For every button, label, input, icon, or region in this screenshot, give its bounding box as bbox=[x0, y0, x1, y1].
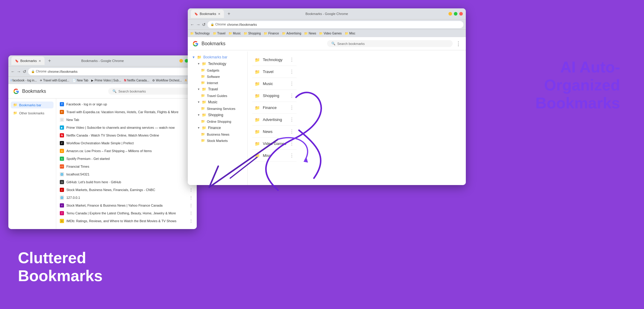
right-minimize-button[interactable] bbox=[448, 12, 452, 16]
cat-technology-menu[interactable]: ⋮ bbox=[289, 57, 294, 63]
favicon-spotify: S bbox=[60, 157, 64, 161]
right-titlebar: 🔖 Bookmarks ✕ + Bookmarks - Google Chrom… bbox=[188, 8, 466, 19]
right-forward-button[interactable]: → bbox=[196, 22, 200, 27]
address-bar[interactable]: 🔒 Chrome chrome://bookmarks bbox=[28, 68, 194, 75]
bm-item-netflix[interactable]: N Netflix Canada - Watch TV Shows Online… bbox=[56, 131, 197, 139]
cat-shopping[interactable]: 📁 Shopping ⋮ bbox=[252, 90, 297, 102]
right-bm-travel[interactable]: 📁Travel bbox=[213, 32, 225, 35]
left-new-tab-button[interactable]: + bbox=[48, 58, 51, 63]
right-sidebar-shopping[interactable]: ▼ 📁 Shopping bbox=[190, 112, 245, 118]
cat-videogames-menu[interactable]: ⋮ bbox=[289, 141, 294, 146]
cat-finance-menu[interactable]: ⋮ bbox=[289, 105, 294, 110]
right-bm-music[interactable]: 📁Music bbox=[228, 32, 241, 35]
folder-icon-music: 📁 bbox=[202, 100, 206, 104]
right-label: AI Auto-Organized Bookmarks bbox=[518, 58, 620, 112]
left-tab-close[interactable]: ✕ bbox=[39, 59, 41, 63]
cat-travel[interactable]: 📁 Travel ⋮ bbox=[252, 66, 297, 78]
cat-misc-label: Misc bbox=[263, 153, 271, 158]
cat-music-menu[interactable]: ⋮ bbox=[289, 81, 294, 87]
bm-bar-facebook[interactable]: ffacebook - log in... bbox=[11, 79, 37, 82]
forward-button[interactable]: → bbox=[17, 69, 21, 74]
bm-bar-prime[interactable]: ▶Prime Video | Sub... bbox=[91, 79, 121, 82]
left-search-bar[interactable]: 🔍 Search bookmarks bbox=[108, 88, 192, 95]
left-tab[interactable]: 🔖 Bookmarks ✕ bbox=[11, 57, 45, 65]
right-sidebar-business-news[interactable]: 📁 Business News bbox=[190, 131, 245, 137]
right-sidebar-internet[interactable]: 📁 Internet bbox=[190, 80, 245, 86]
cat-travel-menu[interactable]: ⋮ bbox=[289, 69, 294, 75]
left-chrome-window: 🔖 Bookmarks ✕ + Bookmarks - Google Chrom… bbox=[8, 55, 197, 229]
bm-bar-prefect[interactable]: ⚙Workflow Orchest... bbox=[152, 79, 182, 82]
bm-bar-newtab[interactable]: 📄New Tab bbox=[72, 79, 88, 82]
bm-menu-temu[interactable]: ⋮ bbox=[189, 211, 193, 216]
right-refresh-button[interactable]: ↺ bbox=[202, 22, 206, 27]
right-sidebar-bookmarks-bar[interactable]: ▼ 📁 Bookmarks bar bbox=[190, 54, 245, 60]
right-bm-misc[interactable]: 📁Misc bbox=[345, 32, 355, 35]
cat-videogames[interactable]: 📁 Video Games ⋮ bbox=[252, 138, 297, 150]
bm-menu-cnbc[interactable]: ⋮ bbox=[189, 187, 193, 192]
cat-news-menu[interactable]: ⋮ bbox=[289, 129, 294, 134]
refresh-button[interactable]: ↺ bbox=[23, 69, 26, 74]
right-back-button[interactable]: ← bbox=[190, 22, 194, 27]
right-more-menu[interactable]: ⋮ bbox=[456, 40, 461, 47]
back-button[interactable]: ← bbox=[11, 69, 15, 74]
sidebar-bookmarks-bar[interactable]: 📁 Bookmarks bar bbox=[11, 102, 54, 108]
bm-item-amazon[interactable]: A Amazon.ca: Low Prices – Fast Shipping … bbox=[56, 147, 197, 155]
minimize-button[interactable] bbox=[179, 59, 183, 63]
bm-menu-localhost2[interactable]: ⋮ bbox=[189, 195, 193, 200]
bm-menu-yahoo[interactable]: ⋮ bbox=[189, 203, 193, 208]
right-sidebar-gadgets-label: Gadgets bbox=[207, 69, 219, 72]
bm-item-temu[interactable]: T Temu Canada | Explore the Latest Cloth… bbox=[56, 209, 197, 217]
right-address-bar[interactable]: 🔒 Chrome chrome://bookmarks bbox=[207, 21, 463, 28]
cat-news[interactable]: 📁 News ⋮ bbox=[252, 126, 297, 138]
bm-item-spotify[interactable]: S Spotify Premium - Get started ⋮ bbox=[56, 155, 197, 163]
right-bm-advertising[interactable]: 📁Advertising bbox=[282, 32, 301, 35]
right-sidebar-finance[interactable]: ▼ 📁 Finance bbox=[190, 125, 245, 131]
bm-item-cnbc[interactable]: C Stock Markets, Business News, Financia… bbox=[56, 186, 197, 194]
right-bm-videogames[interactable]: 📁Video Games bbox=[319, 32, 341, 35]
right-bm-news[interactable]: 📁News bbox=[304, 32, 316, 35]
right-sidebar-travel[interactable]: ▼ 📁 Travel bbox=[190, 86, 245, 93]
right-sidebar-streaming[interactable]: 📁 Streaming Services bbox=[190, 105, 245, 112]
right-search-bar[interactable]: 🔍 Search bookmarks bbox=[327, 40, 453, 47]
right-sidebar-gadgets[interactable]: 📁 Gadgets bbox=[190, 67, 245, 73]
right-close-button[interactable] bbox=[459, 12, 463, 16]
bm-bar-netflix[interactable]: NNetflix Canada... bbox=[124, 79, 149, 82]
cat-advertising-menu[interactable]: ⋮ bbox=[289, 117, 294, 122]
cat-music[interactable]: 📁 Music ⋮ bbox=[252, 78, 297, 90]
cat-finance[interactable]: 📁 Finance ⋮ bbox=[252, 102, 297, 114]
right-new-tab-button[interactable]: + bbox=[228, 11, 230, 16]
bm-item-expedia[interactable]: ✈ Travel with Expedia.ca: Vacation Homes… bbox=[56, 108, 197, 116]
bm-item-ft[interactable]: FT Financial Times ⋮ bbox=[56, 163, 197, 170]
cat-shopping-menu[interactable]: ⋮ bbox=[289, 93, 294, 99]
right-bm-shopping[interactable]: 📁Shopping bbox=[244, 32, 261, 35]
right-sidebar-technology[interactable]: ▼ 📁 Technology bbox=[190, 60, 245, 67]
right-sidebar-travel-guides[interactable]: 📁 Travel Guides bbox=[190, 93, 245, 99]
bm-item-imdb[interactable]: I IMDb: Ratings, Reviews, and Where to W… bbox=[56, 217, 197, 225]
right-tab-close[interactable]: ✕ bbox=[218, 12, 220, 16]
cat-advertising[interactable]: 📁 Advertising ⋮ bbox=[252, 114, 297, 126]
bm-item-localhost2[interactable]: 🌐 127.0.0.1 ⋮ bbox=[56, 194, 197, 202]
bm-item-yahoo[interactable]: Y Stock Market, Finance & Business News … bbox=[56, 202, 197, 209]
cat-misc-menu[interactable]: ⋮ bbox=[289, 153, 294, 158]
bm-menu-imdb[interactable]: ⋮ bbox=[189, 219, 193, 223]
right-sidebar-music[interactable]: ▼ 📁 Music bbox=[190, 99, 245, 105]
bm-bar-travel[interactable]: ✈Travel with Exped... bbox=[40, 79, 69, 82]
right-sidebar-software[interactable]: 📁 Software bbox=[190, 73, 245, 80]
right-maximize-button[interactable] bbox=[454, 12, 457, 16]
bm-text-temu: Temu Canada | Explore the Latest Clothin… bbox=[66, 211, 176, 215]
cat-misc[interactable]: 📁 Misc ⋮ bbox=[252, 150, 297, 162]
bm-item-github[interactable]: G GitHub: Let's build from here · GitHub… bbox=[56, 178, 197, 186]
right-bm-technology[interactable]: 📁Technology bbox=[190, 32, 210, 35]
right-sidebar-stock-markets[interactable]: 📁 Stock Markets bbox=[190, 137, 245, 144]
bm-text-prime: Prime Video | Subscribe to channels and … bbox=[66, 126, 175, 129]
cat-technology[interactable]: 📁 Technology ⋮ bbox=[252, 54, 297, 66]
bm-item-newtab[interactable]: □ New Tab ⋮ bbox=[56, 116, 197, 124]
bm-item-localhost[interactable]: 🌐 localhost:54321 ⋮ bbox=[56, 170, 197, 178]
bm-item-prefect[interactable]: P Workflow Orchestration Made Simple | P… bbox=[56, 139, 197, 147]
right-bm-finance[interactable]: 📁Finance bbox=[264, 32, 279, 35]
bm-item-prime[interactable]: ▶ Prime Video | Subscribe to channels an… bbox=[56, 124, 197, 131]
sidebar-other-bookmarks[interactable]: 📁 Other bookmarks bbox=[11, 110, 54, 116]
right-tab[interactable]: 🔖 Bookmarks ✕ bbox=[191, 10, 224, 18]
right-sidebar-online-shopping[interactable]: 📁 Online Shopping bbox=[190, 118, 245, 125]
bm-item-facebook[interactable]: f Facebook - log in or sign up ⋮ bbox=[56, 100, 197, 108]
